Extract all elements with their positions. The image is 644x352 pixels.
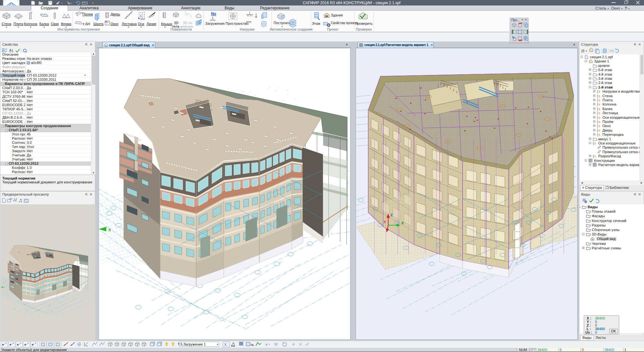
svg-text:666: 666	[140, 18, 145, 21]
svg-text:{: {	[593, 154, 594, 158]
svg-text:Поверхности: Поверхности	[170, 27, 192, 31]
svg-text:{8: {8	[581, 49, 584, 53]
svg-text:{: {	[597, 107, 598, 111]
svg-text:Z: Z	[390, 213, 393, 217]
svg-text:▾: ▾	[61, 2, 62, 5]
svg-text:{: {	[597, 133, 598, 136]
svg-text:{: {	[593, 142, 594, 145]
svg-text:8: 8	[599, 133, 600, 136]
svg-text:8: 8	[599, 95, 600, 98]
svg-text:▼: ▼	[17, 26, 20, 28]
svg-text:1: 1	[190, 14, 192, 18]
svg-text:Этаж: Этаж	[312, 22, 321, 25]
svg-text:Свая: Свая	[51, 22, 59, 26]
svg-text:X: X	[4, 287, 5, 288]
svg-text:▾: ▾	[71, 2, 72, 5]
svg-text:{: {	[597, 103, 598, 106]
svg-text:Проем: Проем	[82, 12, 93, 16]
svg-text:Ферма: Ферма	[61, 22, 72, 26]
svg-text:Лестница: Лестница	[122, 22, 137, 26]
svg-text:▼: ▼	[140, 26, 142, 28]
svg-text:8: 8	[599, 90, 600, 93]
svg-text:▼: ▼	[30, 26, 32, 28]
svg-text:Проект: Проект	[327, 27, 339, 31]
svg-text:{: {	[597, 124, 598, 128]
svg-text:A: A	[20, 198, 22, 201]
svg-text:{: {	[597, 90, 598, 93]
svg-text:1.2: 1.2	[14, 198, 17, 200]
svg-text:8: 8	[599, 116, 600, 119]
svg-text:{: {	[597, 120, 598, 124]
svg-text:№: №	[251, 343, 254, 347]
svg-text:XY: XY	[9, 198, 13, 200]
svg-text:No: No	[211, 12, 216, 16]
svg-text:± ΔН: ± ΔН	[82, 22, 90, 26]
svg-text:{: {	[597, 94, 598, 98]
svg-text:1: 1	[185, 11, 186, 14]
svg-text:8: 8	[599, 129, 600, 132]
svg-text:▼: ▼	[164, 26, 166, 28]
svg-text:Нагрузки: Нагрузки	[240, 27, 255, 31]
svg-text:{: {	[597, 116, 598, 119]
svg-text:8: 8	[599, 112, 600, 115]
svg-text:{: {	[597, 111, 598, 115]
svg-text:▼: ▼	[43, 26, 45, 28]
svg-text:▾: ▾	[92, 2, 93, 5]
svg-text:Линия: Линия	[147, 22, 156, 26]
svg-text:8: 8	[599, 99, 600, 102]
svg-text:8: 8	[594, 142, 596, 145]
svg-text:Дверь: Дверь	[111, 12, 120, 16]
svg-text:X: X	[401, 221, 404, 225]
svg-text:Проверка: Проверка	[356, 27, 372, 31]
svg-text:Окно: Окно	[111, 22, 119, 26]
svg-text:{: {	[597, 98, 598, 102]
svg-text:X: X	[224, 343, 227, 347]
svg-text:8: 8	[599, 120, 600, 124]
svg-text:Загружения: Загружения	[205, 22, 225, 25]
svg-text:Свойства проекта: Свойства проекта	[331, 21, 358, 25]
svg-text:▼: ▼	[5, 26, 8, 28]
svg-text:8: 8	[599, 103, 600, 106]
svg-text:Автоматическое создание: Автоматическое создание	[270, 27, 312, 31]
svg-text:Колонна: Колонна	[24, 22, 37, 26]
svg-text:Оси: Оси	[138, 22, 144, 26]
svg-text:Пространство: Пространство	[226, 22, 248, 25]
svg-text:8: 8	[599, 107, 600, 111]
svg-text:Балка: Балка	[39, 22, 49, 26]
svg-text:8: 8	[599, 125, 600, 128]
svg-text:X: X	[108, 227, 111, 232]
svg-text:Проверить: Проверить	[355, 22, 372, 25]
svg-text:▾: ▾	[586, 50, 587, 52]
svg-text:Y: Y	[384, 220, 386, 224]
svg-text:Шахта: Шахта	[93, 22, 103, 26]
svg-text:Инструменты построения: Инструменты построения	[58, 27, 100, 31]
svg-text:Здание: Здание	[331, 13, 343, 17]
svg-text:▼: ▼	[128, 26, 130, 28]
svg-text:8: 8	[594, 155, 596, 158]
svg-text:Крыша: Крыша	[161, 22, 172, 26]
svg-text:Плита: Плита	[14, 22, 23, 26]
svg-text:{: {	[597, 129, 598, 132]
svg-text:Построить: Построить	[274, 21, 291, 25]
svg-text:Стена: Стена	[2, 22, 11, 26]
